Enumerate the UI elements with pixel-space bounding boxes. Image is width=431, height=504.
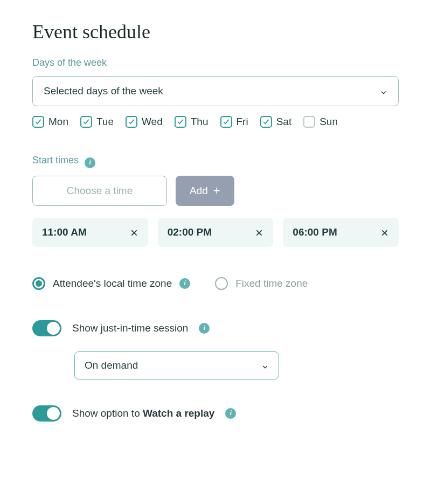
jit-toggle-row: Show just-in-time session i [32, 320, 399, 336]
page-title: Event schedule [32, 20, 399, 43]
replay-toggle-label: Show option to Watch a replay [72, 408, 214, 419]
checkbox-checked-icon [126, 116, 137, 128]
day-checkbox-sat[interactable]: Sat [260, 116, 292, 128]
jit-mode-select[interactable]: On demand [74, 351, 279, 379]
chevron-down-icon [380, 87, 387, 95]
checkbox-checked-icon [175, 116, 186, 128]
day-checkbox-thu[interactable]: Thu [175, 116, 208, 128]
add-time-button-label: Add [190, 185, 208, 197]
radio-unselected-icon [215, 277, 228, 290]
checkbox-checked-icon [80, 116, 92, 128]
close-icon[interactable] [255, 228, 263, 237]
day-label: Mon [48, 116, 68, 128]
radio-selected-icon [32, 277, 45, 290]
checkbox-checked-icon [260, 116, 272, 128]
day-checkbox-wed[interactable]: Wed [126, 116, 163, 128]
radio-local-label: Attendee's local time zone [53, 278, 172, 289]
day-label: Thu [191, 116, 208, 128]
time-chip: 06:00 PM [283, 218, 399, 247]
days-mode-select[interactable]: Selected days of the week [32, 76, 399, 106]
start-times-label-text: Start times [32, 155, 79, 165]
radio-local-timezone[interactable]: Attendee's local time zone i [32, 277, 190, 290]
info-icon[interactable]: i [179, 278, 190, 289]
day-checkbox-mon[interactable]: Mon [32, 116, 68, 128]
day-label: Sat [276, 116, 292, 128]
checkbox-checked-icon [220, 116, 232, 128]
add-time-button[interactable]: Add + [176, 176, 234, 206]
time-chip-label: 06:00 PM [293, 226, 337, 238]
day-label: Sun [319, 116, 338, 128]
info-icon[interactable]: i [225, 408, 236, 419]
day-checkbox-sun[interactable]: Sun [303, 116, 338, 128]
timezone-radio-group: Attendee's local time zone i Fixed time … [32, 277, 399, 290]
replay-toggle-row: Show option to Watch a replay i [32, 405, 399, 422]
day-checkbox-tue[interactable]: Tue [80, 116, 114, 128]
close-icon[interactable] [130, 228, 138, 237]
day-label: Tue [96, 116, 114, 128]
info-icon[interactable]: i [199, 323, 210, 334]
day-checkbox-fri[interactable]: Fri [220, 116, 248, 128]
jit-mode-select-value: On demand [85, 360, 138, 371]
chevron-down-icon [261, 362, 269, 369]
plus-icon: + [213, 185, 220, 197]
replay-toggle[interactable] [32, 405, 61, 422]
time-chips-row: 11:00 AM02:00 PM06:00 PM [32, 218, 399, 247]
radio-fixed-timezone[interactable]: Fixed time zone [215, 277, 308, 290]
days-mode-select-value: Selected days of the week [44, 85, 163, 97]
jit-toggle-label: Show just-in-time session [72, 322, 188, 334]
jit-toggle[interactable] [32, 320, 61, 336]
days-checkbox-row: MonTueWedThuFriSatSun [32, 116, 399, 128]
radio-fixed-label: Fixed time zone [235, 278, 308, 289]
days-of-week-label: Days of the week [32, 57, 399, 68]
info-icon[interactable]: i [85, 157, 95, 168]
checkbox-checked-icon [32, 116, 44, 128]
time-chip: 02:00 PM [158, 218, 274, 247]
replay-label-prefix: Show option to [72, 408, 143, 419]
day-label: Wed [142, 116, 163, 128]
choose-time-input[interactable]: Choose a time [32, 176, 167, 206]
close-icon[interactable] [380, 228, 389, 237]
start-times-label: Start times i [32, 155, 399, 168]
replay-label-bold: Watch a replay [143, 408, 214, 419]
time-chip-label: 11:00 AM [42, 226, 87, 238]
day-label: Fri [237, 116, 248, 128]
time-chip-label: 02:00 PM [168, 226, 212, 238]
time-chip: 11:00 AM [32, 218, 148, 247]
checkbox-unchecked-icon [303, 116, 315, 128]
